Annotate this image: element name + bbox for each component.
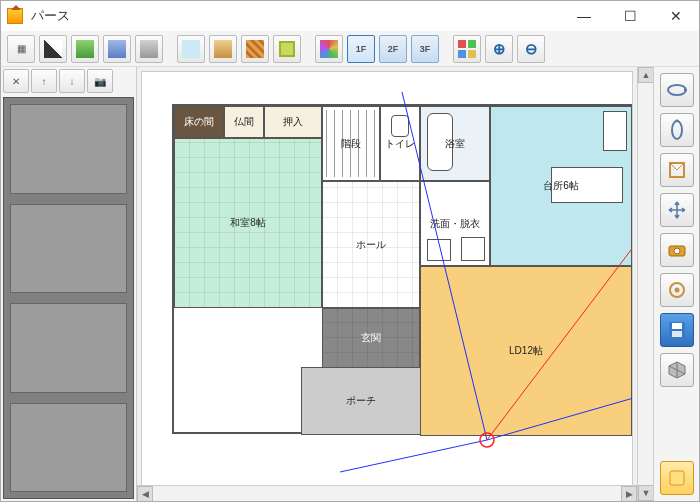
scroll-track[interactable] xyxy=(153,486,621,501)
left-panel-toolbar: ✕ ↑ ↓ 📷 xyxy=(1,67,136,95)
floorplan-canvas[interactable]: 床の間 仏間 押入 階段 トイレ 浴室 台所6帖 和室8帖 ホール 洗面・脱衣 … xyxy=(141,71,633,497)
room-hall[interactable]: ホール xyxy=(322,181,420,308)
tool-grid-icon[interactable]: ▦ xyxy=(7,35,35,63)
scroll-up-arrow[interactable]: ▲ xyxy=(638,67,653,83)
floor-3f-button[interactable]: 3F xyxy=(411,35,439,63)
zoom-out-button[interactable]: ⊖ xyxy=(517,35,545,63)
vertical-scrollbar[interactable]: ▲ ▼ xyxy=(637,67,653,501)
tool-render-c-icon[interactable] xyxy=(241,35,269,63)
floorplan: 床の間 仏間 押入 階段 トイレ 浴室 台所6帖 和室8帖 ホール 洗面・脱衣 … xyxy=(172,104,632,434)
svg-point-6 xyxy=(672,121,682,139)
view-settings-button[interactable] xyxy=(660,273,694,307)
main-toolbar: ▦ 1F 2F 3F ⊕ ⊖ xyxy=(1,31,699,67)
svg-point-11 xyxy=(674,248,680,254)
room-washitsu[interactable]: 和室8帖 xyxy=(174,138,322,308)
room-tokonoma[interactable]: 床の間 xyxy=(174,106,224,138)
view-camera-button[interactable] xyxy=(660,233,694,267)
svg-point-5 xyxy=(668,85,686,95)
help-button[interactable] xyxy=(660,461,694,495)
svg-line-8 xyxy=(670,163,677,170)
svg-point-13 xyxy=(674,288,679,293)
thumbnail-item[interactable] xyxy=(10,204,127,294)
left-panel: ✕ ↑ ↓ 📷 xyxy=(1,67,137,501)
floor-1f-button[interactable]: 1F xyxy=(347,35,375,63)
tool-render-b-icon[interactable] xyxy=(209,35,237,63)
tool-scene-c-icon[interactable] xyxy=(135,35,163,63)
svg-line-9 xyxy=(677,163,684,170)
tool-render-d-icon[interactable] xyxy=(273,35,301,63)
floor-2f-button[interactable]: 2F xyxy=(379,35,407,63)
svg-rect-15 xyxy=(672,323,682,329)
thumbnail-list xyxy=(3,97,134,499)
close-button[interactable]: ✕ xyxy=(653,1,699,31)
window-title: パース xyxy=(31,7,561,25)
thumb-down-button[interactable]: ↓ xyxy=(59,69,85,93)
maximize-button[interactable]: ☐ xyxy=(607,1,653,31)
thumbnail-item[interactable] xyxy=(10,403,127,493)
save-button[interactable] xyxy=(660,313,694,347)
zoom-in-button[interactable]: ⊕ xyxy=(485,35,513,63)
svg-line-2 xyxy=(340,440,487,472)
tool-color-icon[interactable] xyxy=(315,35,343,63)
minimize-button[interactable]: — xyxy=(561,1,607,31)
scroll-right-arrow[interactable]: ▶ xyxy=(621,486,637,501)
thumb-delete-button[interactable]: ✕ xyxy=(3,69,29,93)
thumb-up-button[interactable]: ↑ xyxy=(31,69,57,93)
view-rotate-y-button[interactable] xyxy=(660,113,694,147)
tool-layers-icon[interactable] xyxy=(453,35,481,63)
canvas-area: 床の間 仏間 押入 階段 トイレ 浴室 台所6帖 和室8帖 ホール 洗面・脱衣 … xyxy=(137,67,653,501)
svg-rect-16 xyxy=(672,331,682,337)
thumbnail-item[interactable] xyxy=(10,104,127,194)
room-senmen[interactable]: 洗面・脱衣 xyxy=(420,181,490,266)
thumb-camera-button[interactable]: 📷 xyxy=(87,69,113,93)
view-rotate-z-button[interactable] xyxy=(660,73,694,107)
app-icon xyxy=(7,8,23,24)
room-yokushitsu[interactable]: 浴室 xyxy=(420,106,490,181)
room-kaidan[interactable]: 階段 xyxy=(322,106,380,181)
svg-rect-20 xyxy=(670,471,684,485)
room-butsuma[interactable]: 仏間 xyxy=(224,106,264,138)
body: ✕ ↑ ↓ 📷 床の間 仏間 押入 階段 トイレ 浴室 xyxy=(1,67,699,501)
right-toolbar xyxy=(653,67,699,501)
app-window: パース — ☐ ✕ ▦ 1F 2F 3F ⊕ ⊖ ✕ ↑ ↓ xyxy=(0,0,700,502)
render-3d-button[interactable] xyxy=(660,353,694,387)
room-daidokoro[interactable]: 台所6帖 xyxy=(490,106,632,266)
room-toilet[interactable]: トイレ xyxy=(380,106,420,181)
scroll-left-arrow[interactable]: ◀ xyxy=(137,486,153,501)
view-perspective-button[interactable] xyxy=(660,153,694,187)
thumbnail-item[interactable] xyxy=(10,303,127,393)
tool-diagonal-icon[interactable] xyxy=(39,35,67,63)
room-genkan[interactable]: 玄関 xyxy=(322,308,420,368)
titlebar: パース — ☐ ✕ xyxy=(1,1,699,31)
room-porch[interactable]: ポーチ xyxy=(302,368,420,434)
view-pan-button[interactable] xyxy=(660,193,694,227)
scroll-down-arrow[interactable]: ▼ xyxy=(638,485,653,501)
tool-scene-a-icon[interactable] xyxy=(71,35,99,63)
scroll-track[interactable] xyxy=(638,83,653,485)
tool-scene-b-icon[interactable] xyxy=(103,35,131,63)
room-ld[interactable]: LD12帖 xyxy=(420,266,632,436)
horizontal-scrollbar[interactable]: ◀ ▶ xyxy=(137,485,637,501)
room-oshiire[interactable]: 押入 xyxy=(264,106,322,138)
tool-render-a-icon[interactable] xyxy=(177,35,205,63)
